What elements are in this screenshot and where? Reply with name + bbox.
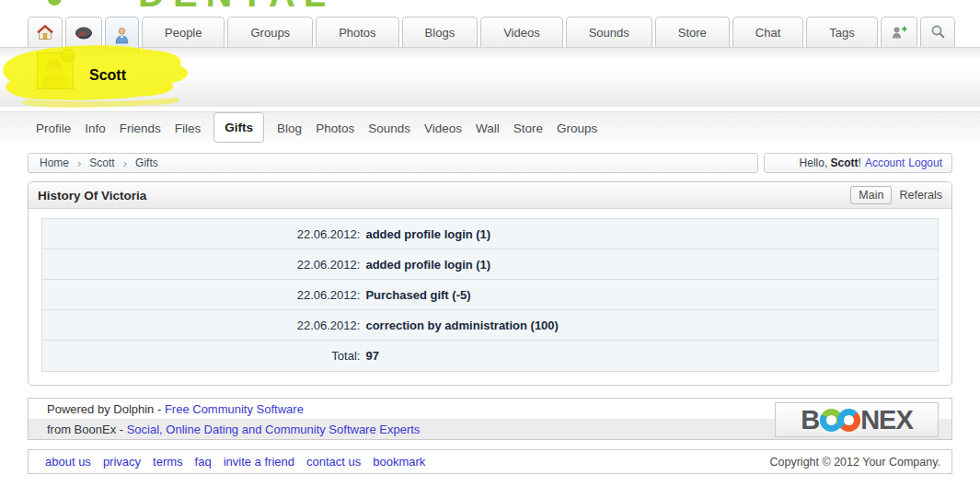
tab-sounds[interactable]: Sounds xyxy=(566,17,652,47)
history-row-date: 22.06.2012: xyxy=(42,288,360,302)
online-status-icon xyxy=(61,49,75,63)
logo-fragment xyxy=(47,0,62,6)
tab-home[interactable] xyxy=(28,17,63,47)
tab-chat-label: Chat xyxy=(755,26,780,40)
search-icon xyxy=(929,24,946,41)
tab-blogs-label: Blogs xyxy=(425,26,455,40)
terms-link[interactable]: terms xyxy=(153,455,183,469)
tab-blogs[interactable]: Blogs xyxy=(402,17,478,47)
tab-member-profile[interactable] xyxy=(105,17,139,53)
dashboard-icon xyxy=(75,26,93,40)
about-us-link[interactable]: about us xyxy=(45,455,91,469)
tab-videos-label: Videos xyxy=(503,26,540,40)
site-logo[interactable]: DENTAL xyxy=(0,0,980,13)
bottom-bar: about us privacy terms faq invite a frie… xyxy=(28,449,952,474)
profile-nav-friends[interactable]: Friends xyxy=(119,122,162,135)
account-link[interactable]: Account xyxy=(865,156,905,169)
tab-invite-friend[interactable] xyxy=(881,17,917,47)
tab-photos[interactable]: Photos xyxy=(316,17,398,47)
breadcrumb-gifts[interactable]: Gifts xyxy=(135,156,158,169)
history-row: 22.06.2012: correction by administration… xyxy=(42,310,938,341)
member-name[interactable]: Scott xyxy=(89,67,126,84)
view-referals-button[interactable]: Referals xyxy=(899,189,942,202)
profile-nav-store[interactable]: Store xyxy=(513,122,544,135)
member-icon xyxy=(114,27,130,44)
profile-nav-files[interactable]: Files xyxy=(174,122,202,135)
privacy-link[interactable]: privacy xyxy=(103,455,141,469)
history-row: 22.06.2012: added profile login (1) xyxy=(42,249,938,280)
history-row-date: 22.06.2012: xyxy=(42,227,360,241)
contact-us-link[interactable]: contact us xyxy=(306,455,361,469)
greeting-suffix: ! xyxy=(859,156,861,169)
profile-nav-wall[interactable]: Wall xyxy=(475,122,501,135)
boonex-o-swirl-icon xyxy=(837,409,860,432)
history-total-value: 97 xyxy=(360,349,378,363)
tab-groups-label: Groups xyxy=(250,26,290,40)
invite-a-friend-link[interactable]: invite a friend xyxy=(224,455,294,469)
tab-sounds-label: Sounds xyxy=(589,26,629,40)
free-community-software-link[interactable]: Free Community Software xyxy=(165,402,304,416)
history-row-action: correction by administration (100) xyxy=(360,318,559,332)
panel-header: History Of Victoria Main Referals xyxy=(29,182,951,209)
tab-people[interactable]: People xyxy=(142,17,225,47)
tab-people-label: People xyxy=(165,26,202,40)
powered-by-text: Powered by Dolphin - xyxy=(47,402,165,416)
breadcrumb-separator-icon: › xyxy=(77,156,81,170)
breadcrumb-scott[interactable]: Scott xyxy=(89,156,114,169)
history-row-action: added profile login (1) xyxy=(360,258,490,272)
breadcrumb-separator-icon: › xyxy=(123,156,127,170)
session-box: Hello, Scott! Account Logout xyxy=(764,153,952,173)
profile-nav-blog[interactable]: Blog xyxy=(276,122,303,135)
panel-title: History Of Victoria xyxy=(38,189,146,203)
profile-nav-sounds[interactable]: Sounds xyxy=(367,122,411,135)
page: DENTAL xyxy=(0,0,980,498)
tab-videos[interactable]: Videos xyxy=(480,17,563,47)
panel-view-switch: Main Referals xyxy=(850,186,942,204)
profile-nav-photos[interactable]: Photos xyxy=(315,122,355,135)
boonex-experts-link[interactable]: Social, Online Dating and Community Soft… xyxy=(127,423,421,436)
top-nav-tabrow: People Groups Photos Blogs Videos Sounds… xyxy=(28,17,955,47)
boonex-logo-nex: NEX xyxy=(860,405,913,435)
logout-link[interactable]: Logout xyxy=(908,156,942,169)
greeting-prefix: Hello, xyxy=(800,156,828,169)
copyright-text: Copyright © 2012 Your Company. xyxy=(770,456,940,469)
profile-nav-videos[interactable]: Videos xyxy=(423,122,463,135)
tab-store-label: Store xyxy=(678,26,707,40)
home-icon xyxy=(37,25,53,41)
profile-nav-profile[interactable]: Profile xyxy=(35,122,72,135)
tab-tags-label: Tags xyxy=(829,26,854,40)
tab-store[interactable]: Store xyxy=(655,17,730,47)
history-row: 22.06.2012: added profile login (1) xyxy=(42,219,938,249)
profile-nav-gifts[interactable]: Gifts xyxy=(213,112,264,143)
history-table: 22.06.2012: added profile login (1) 22.0… xyxy=(41,218,939,372)
faq-link[interactable]: faq xyxy=(195,455,212,469)
boonex-logo[interactable]: B NEX xyxy=(775,402,939,437)
history-total-label: Total: xyxy=(42,349,360,363)
history-panel: History Of Victoria Main Referals 22.06.… xyxy=(28,181,952,386)
tab-dashboard[interactable] xyxy=(65,17,102,47)
tab-tags[interactable]: Tags xyxy=(806,17,877,47)
footer: Powered by Dolphin - Free Community Soft… xyxy=(28,398,952,440)
profile-nav: Profile Info Friends Files Gifts Blog Ph… xyxy=(0,111,980,144)
breadcrumb-home[interactable]: Home xyxy=(40,156,69,169)
view-main-button[interactable]: Main xyxy=(850,186,892,204)
invite-friend-icon xyxy=(890,25,908,40)
history-row-date: 22.06.2012: xyxy=(42,318,360,332)
brand-text: DENTAL xyxy=(138,0,334,13)
breadcrumb: Home › Scott › Gifts xyxy=(28,153,758,173)
tab-search[interactable] xyxy=(920,17,955,47)
history-total-row: Total: 97 xyxy=(42,341,938,371)
member-bar xyxy=(0,48,980,107)
from-boonex-text: from BoonEx - xyxy=(47,423,127,436)
history-row-action: added profile login (1) xyxy=(360,227,490,241)
profile-nav-info[interactable]: Info xyxy=(84,122,107,135)
top-nav: People Groups Photos Blogs Videos Sounds… xyxy=(0,13,980,48)
history-row: 22.06.2012: Purchased gift (-5) xyxy=(42,280,938,310)
profile-nav-groups[interactable]: Groups xyxy=(556,122,598,135)
tab-chat[interactable]: Chat xyxy=(732,17,803,47)
history-row-action: Purchased gift (-5) xyxy=(360,288,470,302)
history-row-date: 22.06.2012: xyxy=(42,258,360,272)
tab-groups[interactable]: Groups xyxy=(227,17,313,47)
greeting-username: Scott xyxy=(831,156,859,169)
bookmark-link[interactable]: bookmark xyxy=(373,455,425,469)
